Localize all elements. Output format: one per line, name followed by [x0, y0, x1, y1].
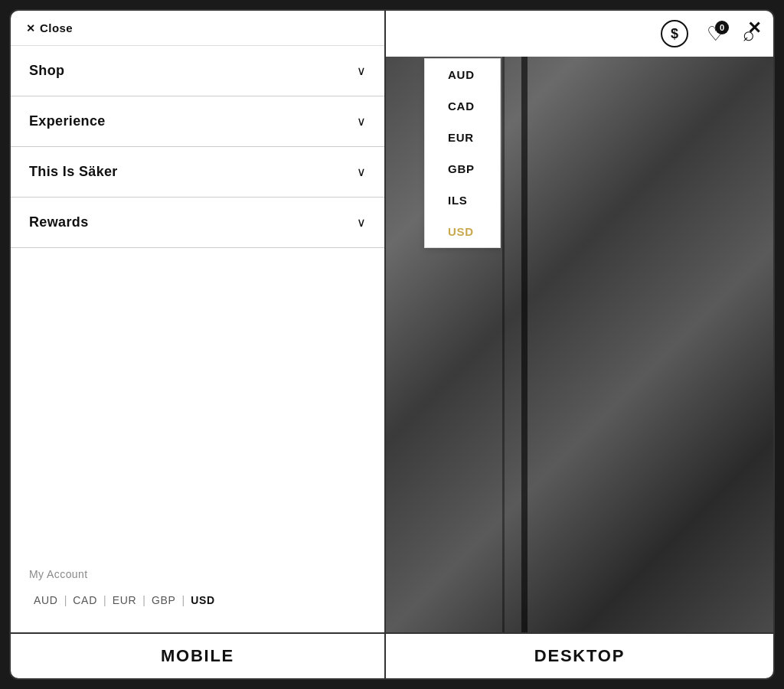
desktop-bottom-label: DESKTOP: [386, 634, 773, 678]
currency-cad[interactable]: CAD: [68, 591, 102, 609]
currency-eur[interactable]: EUR: [108, 591, 142, 609]
mobile-nav: Shop ∨ Experience ∨ This Is Säker ∨ Rewa…: [11, 46, 384, 553]
nav-item-shop[interactable]: Shop ∨: [11, 46, 384, 96]
mobile-bottom-label: MOBILE: [11, 634, 386, 678]
outer-container: ✕ Close Shop ∨ Experience ∨ This Is Säke…: [9, 9, 775, 680]
nav-rewards-label: Rewards: [29, 214, 89, 230]
currency-gbp[interactable]: GBP: [147, 591, 181, 609]
bottom-labels: MOBILE DESKTOP: [11, 632, 773, 678]
chevron-down-icon: ∨: [357, 64, 366, 78]
nav-experience-label: Experience: [29, 113, 106, 129]
desktop-panel: ✕ $ ♡ 0 ⌕ AUD CAD EUR GBP: [386, 11, 773, 632]
desktop-header: $ ♡ 0 ⌕: [386, 11, 773, 57]
nav-item-rewards[interactable]: Rewards ∨: [11, 198, 384, 248]
currency-row: AUD | CAD | EUR | GBP | USD: [29, 591, 366, 609]
nav-saker-label: This Is Säker: [29, 164, 118, 180]
mobile-panel: ✕ Close Shop ∨ Experience ∨ This Is Säke…: [11, 11, 386, 632]
panels-row: ✕ Close Shop ∨ Experience ∨ This Is Säke…: [11, 11, 773, 632]
chevron-down-icon: ∨: [357, 114, 366, 129]
currency-usd[interactable]: USD: [186, 591, 220, 609]
my-account-label: My Account: [29, 568, 366, 580]
separator: |: [141, 594, 147, 606]
dropdown-aud[interactable]: AUD: [425, 59, 500, 90]
dropdown-cad[interactable]: CAD: [425, 90, 500, 122]
close-x-icon: ✕: [26, 22, 35, 34]
dollar-circle-icon: $: [661, 20, 688, 47]
separator: |: [102, 594, 108, 606]
close-label: Close: [40, 21, 73, 34]
chevron-down-icon: ∨: [357, 215, 366, 230]
dropdown-usd[interactable]: USD: [425, 216, 500, 247]
wishlist-badge: 0: [715, 21, 729, 34]
chevron-down-icon: ∨: [357, 165, 366, 179]
currency-dropdown: AUD CAD EUR GBP ILS USD: [424, 58, 501, 248]
wishlist-button[interactable]: ♡ 0: [707, 24, 724, 44]
currency-button[interactable]: $: [661, 20, 688, 47]
dropdown-ils[interactable]: ILS: [425, 184, 500, 216]
mobile-close-bar[interactable]: ✕ Close: [11, 11, 384, 46]
separator: |: [181, 594, 187, 606]
separator: |: [63, 594, 69, 606]
dropdown-gbp[interactable]: GBP: [425, 153, 500, 184]
dropdown-eur[interactable]: EUR: [425, 122, 500, 153]
desktop-close-button[interactable]: ✕: [747, 18, 761, 38]
mobile-footer: My Account AUD | CAD | EUR | GBP | USD: [11, 553, 384, 632]
nav-item-experience[interactable]: Experience ∨: [11, 96, 384, 147]
nav-shop-label: Shop: [29, 63, 64, 79]
currency-aud[interactable]: AUD: [29, 591, 63, 609]
nav-item-this-is-saker[interactable]: This Is Säker ∨: [11, 147, 384, 198]
